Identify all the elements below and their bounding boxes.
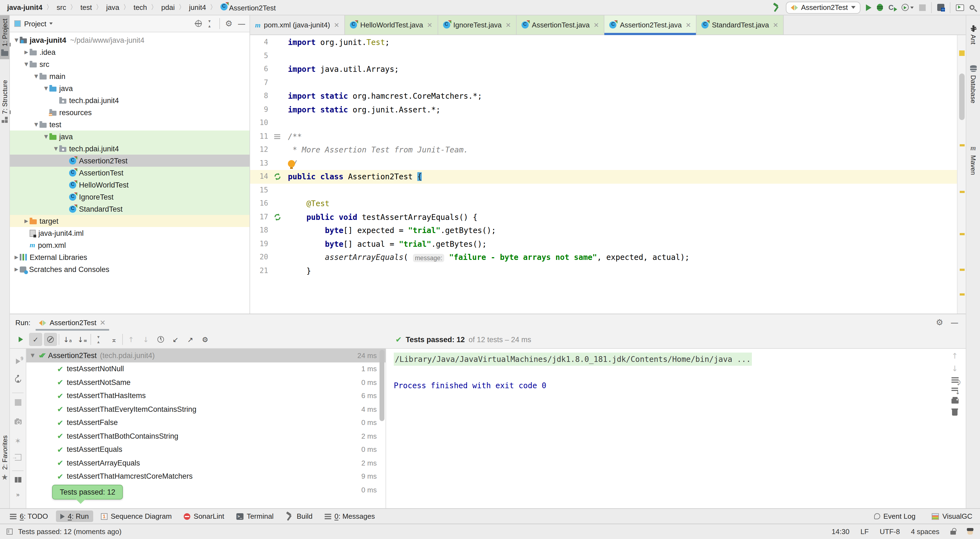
- chevron-expanded-icon[interactable]: ▼: [23, 61, 30, 67]
- code-line[interactable]: 6import java.util.Arrays;: [250, 62, 957, 76]
- test-result-row[interactable]: ▼✔Assertion2Test(tech.pdai.junit4)24 ms: [26, 349, 385, 362]
- run-with-coverage-button[interactable]: [888, 3, 896, 11]
- tree-row[interactable]: ▼java: [10, 82, 250, 94]
- code-line[interactable]: 13/: [250, 157, 957, 170]
- warning-stripe-mark[interactable]: [960, 269, 965, 271]
- code-line[interactable]: 9import static org.junit.Assert.*;: [250, 103, 957, 116]
- tree-row[interactable]: ▼java: [10, 130, 250, 143]
- import-test-results-button[interactable]: ↙: [169, 333, 182, 346]
- test-result-row[interactable]: ✔testAssertEquals0 ms: [26, 443, 385, 456]
- tree-row[interactable]: ▶Scratches and Consoles: [10, 263, 250, 275]
- tree-row[interactable]: java-junit4.iml: [10, 227, 250, 239]
- scroll-to-end-icon[interactable]: [951, 388, 958, 392]
- code-line[interactable]: 16 @Test: [250, 197, 957, 210]
- code-line[interactable]: 14public class Assertion2Test {: [250, 170, 957, 183]
- editor-tab[interactable]: HelloWorldTest.java✕: [345, 15, 438, 35]
- code-line[interactable]: 4import org.junit.Test;: [250, 36, 957, 49]
- tree-row[interactable]: Assertion2Test: [10, 155, 250, 167]
- chevron-expanded-icon[interactable]: ▼: [33, 73, 40, 79]
- run-anything-button[interactable]: [956, 4, 964, 11]
- editor-tab[interactable]: StandardTest.java✕: [697, 15, 784, 35]
- chevron-collapsed-icon[interactable]: ▶: [23, 49, 30, 55]
- test-result-row[interactable]: ✔testAssertThatHasItems6 ms: [26, 389, 385, 402]
- show-ignored-toggle[interactable]: [44, 333, 57, 346]
- indent-style[interactable]: 4 spaces: [911, 527, 939, 536]
- build-project-icon[interactable]: [772, 3, 780, 11]
- close-icon[interactable]: ✕: [100, 318, 105, 326]
- tree-row[interactable]: ▼src: [10, 58, 250, 70]
- test-settings-button[interactable]: ⚙: [199, 333, 212, 346]
- chevron-down-icon[interactable]: [910, 6, 914, 8]
- editor-tab[interactable]: AssertionTest.java✕: [517, 15, 605, 35]
- search-everywhere-icon[interactable]: [970, 5, 975, 10]
- code-line[interactable]: 21 }: [250, 264, 957, 277]
- tree-row[interactable]: StandardTest: [10, 203, 250, 215]
- sort-gutter-icon[interactable]: [270, 130, 285, 143]
- chevron-collapsed-icon[interactable]: ▶: [13, 254, 20, 260]
- breadcrumb-item[interactable]: test: [79, 3, 94, 11]
- test-history-button[interactable]: [154, 333, 167, 346]
- test-result-row[interactable]: ✔testAssertFalse0 ms: [26, 416, 385, 429]
- locate-file-icon[interactable]: [195, 20, 202, 27]
- tree-row[interactable]: AssertionTest: [10, 167, 250, 179]
- close-icon[interactable]: ✕: [334, 21, 339, 29]
- more-options-icon[interactable]: »: [16, 490, 19, 498]
- rerun-tests-button[interactable]: [19, 337, 23, 342]
- sidebar-item-structure[interactable]: 7: Structure: [0, 77, 10, 127]
- project-view-select[interactable]: Project: [14, 19, 53, 28]
- tree-row[interactable]: ▼tech.pdai.junit4: [10, 143, 250, 155]
- code-line[interactable]: 7: [250, 76, 957, 89]
- run-configuration-select[interactable]: Assertion2Test: [786, 2, 861, 13]
- tree-row[interactable]: ▼test: [10, 118, 250, 130]
- code-line[interactable]: 18 byte[] expected = "trial".getBytes();: [250, 224, 957, 237]
- sidebar-item-database[interactable]: Database: [966, 62, 980, 107]
- warning-stripe-mark[interactable]: [960, 293, 965, 296]
- tree-row[interactable]: IgnoreTest: [10, 191, 250, 203]
- run-button[interactable]: [866, 4, 872, 11]
- hide-panel-icon[interactable]: —: [238, 19, 245, 28]
- code-line[interactable]: 8import static org.hamcrest.CoreMatchers…: [250, 89, 957, 103]
- inspection-status-square[interactable]: [959, 51, 965, 56]
- chevron-expanded-icon[interactable]: ▼: [43, 134, 49, 139]
- chevron-expanded-icon[interactable]: ▼: [43, 86, 49, 91]
- status-message[interactable]: Tests passed: 12 (moments ago): [18, 527, 121, 536]
- debug-button[interactable]: [877, 4, 883, 11]
- tests-scrollbar-thumb[interactable]: [380, 350, 385, 421]
- close-icon[interactable]: ✕: [505, 21, 511, 29]
- tree-row[interactable]: ▶.idea: [10, 46, 250, 58]
- event-log-button[interactable]: Event Log: [872, 510, 918, 522]
- clear-console-icon[interactable]: [952, 410, 958, 416]
- chevron-expanded-icon[interactable]: ▼: [13, 37, 20, 43]
- profiler-button[interactable]: [902, 4, 909, 11]
- gear-icon[interactable]: ⚙: [936, 318, 943, 326]
- collapse-all-icon[interactable]: [207, 20, 213, 27]
- close-icon[interactable]: ✕: [686, 21, 691, 29]
- chevron-collapsed-icon[interactable]: ▶: [23, 218, 30, 224]
- breadcrumb-item[interactable]: pdai: [159, 3, 176, 11]
- test-result-row[interactable]: ✔testAssertThatBothContainsString2 ms: [26, 429, 385, 443]
- run-tab[interactable]: Assertion2Test ✕: [36, 314, 109, 331]
- test-result-row[interactable]: ✔testAssertThatHamcrestCoreMatchers9 ms: [26, 470, 385, 483]
- rerun-icon[interactable]: 9: [16, 358, 20, 366]
- tree-row[interactable]: HelloWorldTest: [10, 179, 250, 191]
- hide-panel-icon[interactable]: —: [951, 318, 958, 326]
- test-result-row[interactable]: ✔testAssertNotNull1 ms: [26, 362, 385, 375]
- code-line[interactable]: 10: [250, 116, 957, 130]
- caret-position[interactable]: 14:30: [832, 527, 850, 536]
- lock-icon[interactable]: [950, 531, 956, 534]
- test-result-row[interactable]: ✔testAssertThatEveryItemContainsString4 …: [26, 402, 385, 416]
- chevron-collapsed-icon[interactable]: ▶: [13, 267, 20, 272]
- close-icon[interactable]: ✕: [593, 21, 599, 29]
- close-icon[interactable]: ✕: [427, 21, 433, 29]
- code-line[interactable]: 5: [250, 49, 957, 62]
- intention-bulb-icon[interactable]: [288, 160, 295, 167]
- breadcrumb-item[interactable]: Assertion2Test: [218, 3, 277, 12]
- toolwindow-button-build[interactable]: Build: [282, 510, 317, 522]
- console-command-line[interactable]: /Library/Java/JavaVirtualMachines/jdk1.8…: [394, 353, 752, 366]
- chevron-expanded-icon[interactable]: ▼: [31, 353, 38, 358]
- toolwindow-button-todo[interactable]: 6: TODO: [5, 510, 52, 522]
- restore-layout-icon[interactable]: [14, 476, 21, 484]
- test-result-row[interactable]: ✔testAssertArrayEquals2 ms: [26, 456, 385, 470]
- line-separator[interactable]: LF: [861, 527, 869, 536]
- editor-tab[interactable]: Assertion2Test.java✕: [605, 15, 697, 35]
